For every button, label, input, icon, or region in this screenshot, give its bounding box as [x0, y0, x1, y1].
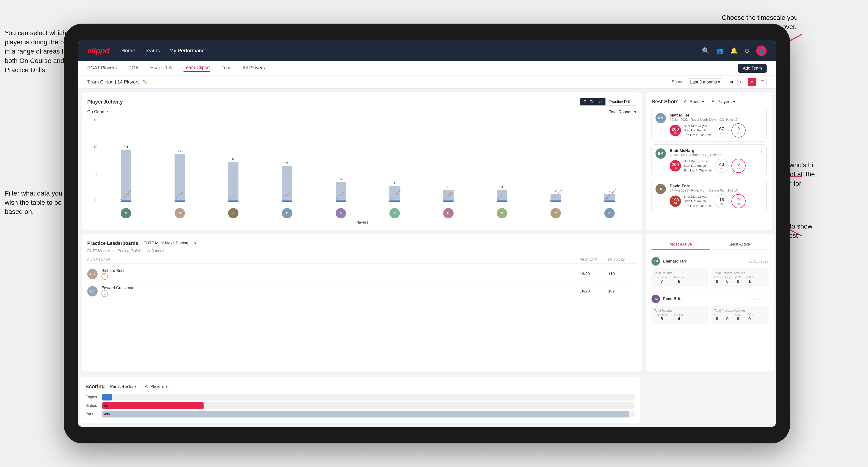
bar-value-0: 13: [124, 145, 128, 149]
pa-stats-blair: Total Rounds Tournament 7 Practice 6: [651, 269, 769, 287]
pa-avatar-blair: BM: [651, 257, 660, 266]
nav-myperformance[interactable]: My Performance: [169, 48, 207, 54]
nav-teams[interactable]: Teams: [145, 48, 160, 54]
score-row-birdies: Birdies 96: [85, 402, 634, 409]
tab-team-clippd[interactable]: Team Clippd: [184, 65, 210, 72]
scoring-panel: Scoring Par 3, 4 & 5s ▾ All Players ▾ Ea…: [80, 377, 640, 423]
grid4-view-icon[interactable]: ⊞: [727, 78, 736, 86]
player-activity-card: Player Activity On Course Practice Drill…: [82, 92, 642, 230]
drill-label: PUTT Must Make Putting ...: [144, 241, 193, 246]
par-filter-dropdown[interactable]: Par 3, 4 & 5s ▾: [107, 383, 140, 390]
pa-date-blair: 26 Aug 2023: [749, 259, 769, 263]
users-icon[interactable]: 👥: [716, 47, 724, 55]
add-team-button[interactable]: Add Team: [738, 64, 767, 73]
shot-text-blair-mcharg: Shot Dist: 43 ydsStart Lie: RoughEnd Lie…: [684, 159, 712, 173]
arg-blair: ARG 0: [735, 276, 741, 284]
bell-icon[interactable]: 🔔: [730, 47, 738, 55]
bar-value-1: 12: [178, 149, 182, 153]
main-content: Player Activity On Course Practice Drill…: [78, 89, 776, 427]
chevron-right-icon-david[interactable]: ›: [761, 184, 763, 190]
all-players-scoring-dropdown[interactable]: All Players ▾: [142, 383, 170, 390]
name-richard-butler: Richard Butler: [101, 269, 127, 273]
shot-info-david-ford: David Ford 24 Aug 2023 · Royal North Dev…: [670, 184, 757, 208]
on-course-toggle[interactable]: On Course: [580, 98, 606, 105]
gtt-blair: GTT 0: [714, 276, 720, 284]
all-shots-chevron-icon: ▾: [702, 99, 704, 104]
team-title: Team Clippd | 14 Players: [87, 79, 140, 85]
chevron-right-icon[interactable]: ›: [761, 113, 763, 120]
shot-badge-david-ford: 198 SG: [670, 195, 681, 207]
col-player-name: PLAYER NAME: [87, 258, 580, 261]
bar-value-3: 9: [286, 161, 288, 165]
tab-least-active[interactable]: Least Active: [710, 240, 769, 250]
player-activity-title: Player Activity: [87, 99, 123, 105]
rounds-values-blair: Tournament 7 Practice 6: [654, 276, 706, 284]
drill-dropdown[interactable]: PUTT Must Make Putting ... ▾: [141, 240, 199, 247]
edit-icon[interactable]: ✏️: [143, 80, 148, 85]
chevron-right-icon-blair[interactable]: ›: [761, 148, 763, 155]
heart-view-icon[interactable]: ♥: [748, 78, 756, 86]
all-players-scoring-chevron-icon: ▾: [165, 384, 167, 389]
bar-group-7: 3M. MillerM: [475, 185, 529, 202]
col-pb-score: PB SCORE: [580, 258, 608, 261]
bar-group-2: 10D. FordF: [207, 157, 260, 202]
shot-info-matt-miller: Matt Miller 09 Jun 2023 · Royal North De…: [670, 113, 757, 137]
activity-card-rees: RB Rees Britt 02 Sep 2023 Total Rounds T…: [651, 291, 769, 328]
tab-most-active[interactable]: Most Active: [651, 240, 710, 250]
pa-stats-rees: Total Rounds Tournament 8 Practice 4: [651, 306, 769, 324]
shot-meta-blair-mcharg: 23 Jul 2023 · Ashridge GC, Hole 15: [670, 153, 757, 157]
tab-pga[interactable]: PGA: [129, 65, 138, 71]
rank-gold-icon: 1: [101, 273, 108, 280]
bar-avatar-0: M: [121, 208, 131, 218]
x-axis-title: Players: [87, 220, 637, 224]
nav-icons: 🔍 👥 🔔 ⊕ 👤: [702, 45, 767, 56]
bar-avatar-7: M: [497, 208, 507, 218]
arg-rees: ARG 0: [735, 313, 741, 321]
plus-circle-icon[interactable]: ⊕: [744, 47, 750, 55]
score-richard-butler: 19/20: [580, 272, 608, 276]
birdies-bar-container: 96: [102, 402, 634, 409]
practice-activities-rees: Total Practice Activities GTT 0 APP 0: [711, 306, 769, 324]
avatar-matt-miller: MM: [655, 113, 666, 123]
shot-stats-david-ford: 16 yds 0 yds: [714, 194, 746, 208]
show-label: Show:: [672, 80, 683, 85]
tab-tour[interactable]: Tour: [221, 65, 231, 71]
pa-name-rees: Rees Britt: [663, 297, 682, 301]
drill-chevron-icon: ▾: [194, 241, 196, 246]
bar-value-7: 3: [501, 185, 503, 189]
avatar-richard-butler: RB: [87, 269, 98, 279]
avatar[interactable]: 👤: [756, 45, 767, 56]
pa-avatar-rees: RB: [651, 294, 660, 303]
tab-all-players[interactable]: All Players: [243, 65, 265, 71]
practice-drills-toggle[interactable]: Practice Drills: [606, 98, 636, 105]
annotation-left-bottom: Filter what data you wish the table to b…: [5, 189, 73, 217]
tab-hcaps[interactable]: Hcaps 1-5: [150, 65, 172, 71]
player-name-row: Matt Miller: [670, 113, 757, 118]
team-header: Team Clippd | 14 Players ✏️ Show: Last 3…: [78, 75, 776, 89]
rounds-values-rees: Tournament 8 Practice 4: [654, 313, 706, 321]
table-header: PLAYER NAME PB SCORE PB AVG SG: [87, 256, 637, 264]
shot-meta-matt-miller: 09 Jun 2023 · Royal North Devon GC, Hole…: [670, 118, 757, 121]
avatar-blair-mcharg: BM: [655, 148, 666, 159]
chart-controls: On Course Total Rounds ▾: [87, 110, 637, 115]
list-view-icon[interactable]: ☰: [758, 78, 767, 86]
par-filter-label: Par 3, 4 & 5s: [110, 384, 133, 389]
bar-group-0: 13B. McHargM: [99, 145, 153, 202]
y-label-5: 5: [95, 172, 97, 175]
bar-group-1: 12R. BrittB: [153, 149, 207, 202]
all-players-dropdown[interactable]: All Players ▾: [709, 98, 738, 105]
player-name-david-ford: David Ford: [670, 184, 691, 188]
logo: clippd: [87, 46, 110, 55]
tab-pgat[interactable]: PGAT Players: [87, 65, 117, 71]
best-shots-title: Best Shots: [651, 99, 679, 105]
show-dropdown[interactable]: Last 3 months ▾: [687, 78, 723, 86]
all-players-label: All Players: [712, 99, 732, 104]
app-blair: APP 0: [724, 276, 730, 284]
grid2-view-icon[interactable]: ⊟: [737, 78, 746, 86]
total-rounds-dropdown[interactable]: Total Rounds ▾: [609, 110, 637, 115]
shot-card-david-ford: DF David Ford 24 Aug 2023 · Royal North …: [651, 180, 767, 212]
pa-date-rees: 02 Sep 2023: [748, 297, 769, 301]
search-icon[interactable]: 🔍: [702, 47, 710, 55]
nav-home[interactable]: Home: [121, 48, 135, 54]
all-shots-dropdown[interactable]: All Shots ▾: [681, 98, 706, 105]
